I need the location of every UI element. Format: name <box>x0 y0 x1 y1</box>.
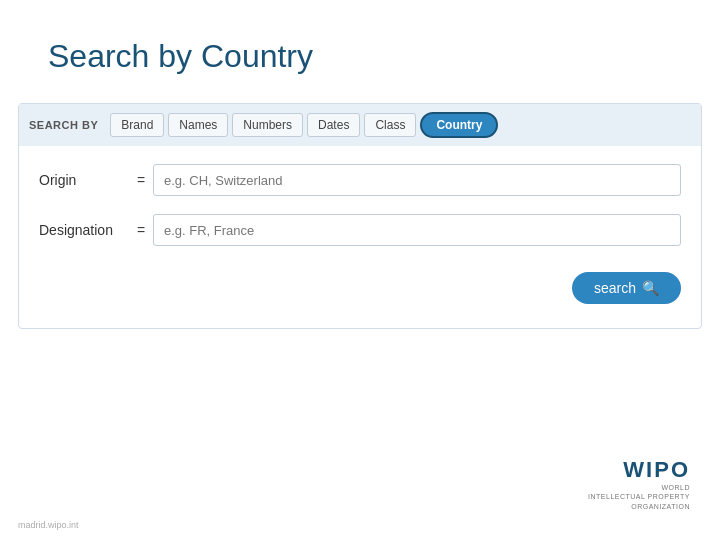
form-area: Origin = Designation = search 🔍 <box>19 146 701 328</box>
search-btn-row: search 🔍 <box>39 264 681 308</box>
designation-label: Designation <box>39 222 129 238</box>
search-by-label: SEARCH BY <box>29 119 98 131</box>
wipo-main-text: WIPO <box>623 457 690 483</box>
wipo-logo: WIPO WORLD INTELLECTUAL PROPERTY ORGANIZ… <box>588 457 690 512</box>
search-by-bar: SEARCH BY Brand Names Numbers Dates Clas… <box>19 104 701 146</box>
tab-dates[interactable]: Dates <box>307 113 360 137</box>
designation-input[interactable] <box>153 214 681 246</box>
page-title: Search by Country <box>0 0 720 103</box>
tab-country[interactable]: Country <box>420 112 498 138</box>
tab-names[interactable]: Names <box>168 113 228 137</box>
search-panel: SEARCH BY Brand Names Numbers Dates Clas… <box>18 103 702 329</box>
designation-eq: = <box>129 222 153 238</box>
wipo-subtitle: WORLD INTELLECTUAL PROPERTY ORGANIZATION <box>588 483 690 512</box>
search-button-label: search <box>594 280 636 296</box>
origin-row: Origin = <box>39 164 681 196</box>
origin-input[interactable] <box>153 164 681 196</box>
designation-row: Designation = <box>39 214 681 246</box>
origin-eq: = <box>129 172 153 188</box>
tab-numbers[interactable]: Numbers <box>232 113 303 137</box>
origin-label: Origin <box>39 172 129 188</box>
bottom-url-label: madrid.wipo.int <box>18 520 79 530</box>
tab-class[interactable]: Class <box>364 113 416 137</box>
tab-brand[interactable]: Brand <box>110 113 164 137</box>
search-icon: 🔍 <box>642 280 659 296</box>
search-button[interactable]: search 🔍 <box>572 272 681 304</box>
